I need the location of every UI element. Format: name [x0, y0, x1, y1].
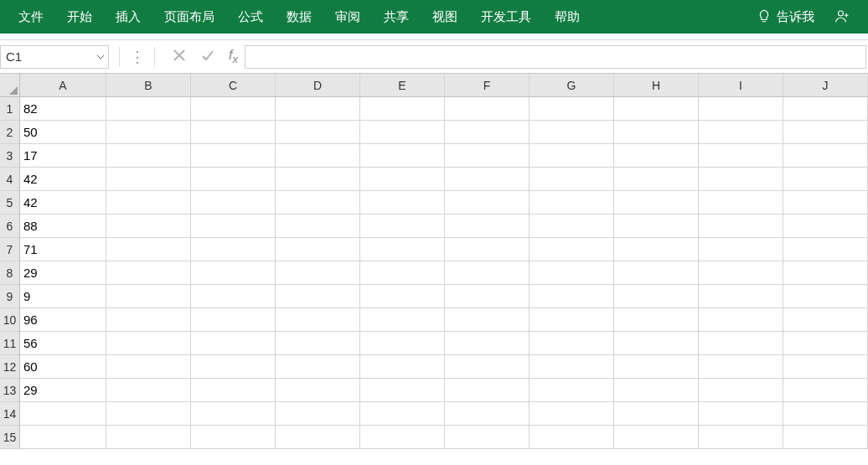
cell[interactable] — [191, 191, 276, 214]
cell[interactable] — [530, 402, 614, 426]
cell[interactable] — [360, 121, 445, 144]
select-all-corner[interactable] — [0, 74, 20, 97]
cell[interactable] — [191, 214, 276, 238]
row-header[interactable]: 15 — [0, 426, 20, 449]
cell[interactable] — [360, 144, 445, 168]
cell[interactable] — [276, 191, 360, 214]
cell[interactable] — [783, 402, 868, 426]
cell[interactable]: 56 — [20, 332, 106, 355]
cell[interactable] — [530, 308, 614, 332]
cell[interactable] — [530, 332, 614, 355]
cell[interactable] — [360, 97, 445, 121]
cell[interactable] — [699, 355, 783, 379]
cell[interactable] — [530, 355, 614, 379]
cell[interactable] — [699, 144, 783, 168]
cell[interactable] — [614, 379, 699, 402]
cell[interactable] — [191, 168, 276, 191]
cell[interactable] — [360, 402, 445, 426]
tab-formulas[interactable]: 公式 — [226, 0, 275, 34]
cell[interactable] — [445, 97, 530, 121]
cell[interactable] — [530, 121, 614, 144]
row-header[interactable]: 6 — [0, 214, 20, 238]
cell[interactable] — [445, 168, 530, 191]
cell[interactable] — [614, 332, 699, 355]
row-header[interactable]: 5 — [0, 191, 20, 214]
row-header[interactable]: 2 — [0, 121, 20, 144]
cell[interactable]: 42 — [20, 168, 106, 191]
row-header[interactable]: 13 — [0, 379, 20, 402]
cell[interactable] — [360, 426, 445, 449]
cell[interactable]: 82 — [20, 97, 106, 121]
tab-home[interactable]: 开始 — [55, 0, 104, 34]
cell[interactable] — [191, 238, 276, 261]
row-header[interactable]: 1 — [0, 97, 20, 121]
cell[interactable] — [445, 261, 530, 285]
column-header[interactable]: C — [191, 74, 276, 97]
cell[interactable] — [106, 285, 191, 308]
cell[interactable] — [360, 379, 445, 402]
cell[interactable] — [614, 214, 699, 238]
cell[interactable] — [699, 214, 783, 238]
cell[interactable] — [276, 355, 360, 379]
cell[interactable] — [783, 379, 868, 402]
cell[interactable] — [614, 402, 699, 426]
cell[interactable]: 9 — [20, 285, 106, 308]
cell[interactable] — [783, 214, 868, 238]
row-header[interactable]: 12 — [0, 355, 20, 379]
cell[interactable] — [106, 379, 191, 402]
cell[interactable] — [360, 355, 445, 379]
cell[interactable]: 88 — [20, 214, 106, 238]
cell[interactable] — [106, 261, 191, 285]
cell[interactable] — [360, 168, 445, 191]
cell[interactable] — [191, 379, 276, 402]
cell[interactable] — [530, 285, 614, 308]
cancel-button[interactable] — [165, 40, 194, 73]
cell[interactable] — [783, 308, 868, 332]
cell[interactable] — [530, 191, 614, 214]
cell[interactable] — [699, 238, 783, 261]
cell[interactable] — [276, 379, 360, 402]
cell[interactable] — [360, 285, 445, 308]
cell[interactable] — [276, 285, 360, 308]
cell[interactable] — [276, 97, 360, 121]
cell[interactable] — [783, 97, 868, 121]
column-header[interactable]: G — [530, 74, 614, 97]
cell[interactable] — [191, 402, 276, 426]
share-user-button[interactable] — [823, 0, 861, 34]
column-header[interactable]: F — [445, 74, 530, 97]
cell[interactable] — [360, 191, 445, 214]
cell[interactable] — [783, 332, 868, 355]
tab-insert[interactable]: 插入 — [104, 0, 152, 34]
cell[interactable] — [106, 238, 191, 261]
cell[interactable]: 17 — [20, 144, 106, 168]
row-header[interactable]: 8 — [0, 261, 20, 285]
cell[interactable]: 71 — [20, 238, 106, 261]
cell[interactable] — [783, 355, 868, 379]
cell[interactable] — [530, 97, 614, 121]
cell[interactable] — [783, 426, 868, 449]
cell[interactable] — [699, 402, 783, 426]
cell[interactable] — [699, 168, 783, 191]
cell[interactable] — [20, 402, 106, 426]
cell[interactable]: 42 — [20, 191, 106, 214]
cell[interactable] — [106, 402, 191, 426]
row-header[interactable]: 3 — [0, 144, 20, 168]
expand-handle[interactable]: ⋮ — [130, 48, 144, 66]
row-header[interactable]: 11 — [0, 332, 20, 355]
cell[interactable] — [106, 332, 191, 355]
cell[interactable] — [276, 238, 360, 261]
cell[interactable] — [530, 261, 614, 285]
tab-developer[interactable]: 开发工具 — [469, 0, 543, 34]
tab-page-layout[interactable]: 页面布局 — [152, 0, 226, 34]
cell[interactable] — [614, 97, 699, 121]
cell[interactable] — [783, 261, 868, 285]
cell[interactable] — [699, 261, 783, 285]
cell[interactable] — [445, 379, 530, 402]
cell[interactable] — [445, 144, 530, 168]
cell[interactable] — [191, 355, 276, 379]
column-header[interactable]: B — [106, 74, 191, 97]
cell[interactable] — [614, 285, 699, 308]
cell[interactable] — [276, 214, 360, 238]
cell[interactable] — [699, 97, 783, 121]
tab-review[interactable]: 审阅 — [323, 0, 372, 34]
